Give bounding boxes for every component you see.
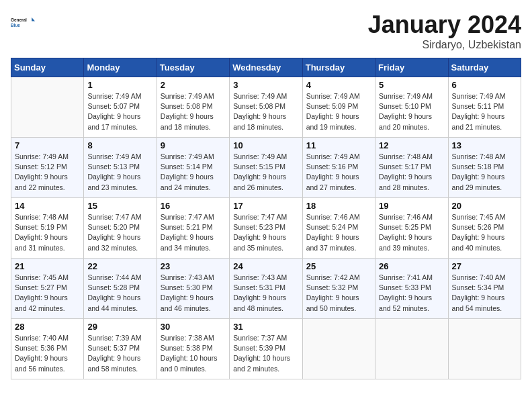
day-number: 24 (233, 261, 298, 271)
calendar-cell: 14Sunrise: 7:48 AMSunset: 5:19 PMDayligh… (11, 198, 84, 259)
day-info: Sunrise: 7:47 AMSunset: 5:21 PMDaylight:… (161, 212, 226, 253)
page-header: General Blue January 2024 Sirdaryo, Uzbe… (11, 11, 521, 51)
calendar-cell: 29Sunrise: 7:39 AMSunset: 5:37 PMDayligh… (84, 319, 157, 379)
calendar-cell: 19Sunrise: 7:46 AMSunset: 5:25 PMDayligh… (375, 198, 448, 259)
day-number: 4 (306, 80, 371, 90)
day-number: 16 (161, 201, 226, 211)
day-info: Sunrise: 7:41 AMSunset: 5:33 PMDaylight:… (379, 273, 444, 314)
column-header-tuesday: Tuesday (157, 58, 229, 77)
logo: General Blue (11, 11, 35, 35)
day-number: 20 (452, 201, 517, 211)
day-number: 29 (87, 322, 152, 332)
calendar-cell: 6Sunrise: 7:49 AMSunset: 5:11 PMDaylight… (448, 77, 521, 138)
day-info: Sunrise: 7:49 AMSunset: 5:11 PMDaylight:… (452, 91, 517, 132)
day-number: 10 (233, 140, 298, 150)
calendar-cell: 31Sunrise: 7:37 AMSunset: 5:39 PMDayligh… (230, 319, 302, 379)
calendar-cell: 1Sunrise: 7:49 AMSunset: 5:07 PMDaylight… (84, 77, 157, 138)
calendar-cell: 2Sunrise: 7:49 AMSunset: 5:08 PMDaylight… (157, 77, 229, 138)
day-info: Sunrise: 7:47 AMSunset: 5:20 PMDaylight:… (87, 212, 152, 253)
day-info: Sunrise: 7:44 AMSunset: 5:28 PMDaylight:… (87, 273, 152, 314)
day-number: 12 (379, 140, 444, 150)
day-info: Sunrise: 7:38 AMSunset: 5:38 PMDaylight:… (161, 333, 226, 374)
day-number: 22 (87, 261, 152, 271)
day-info: Sunrise: 7:49 AMSunset: 5:13 PMDaylight:… (87, 152, 152, 193)
column-header-monday: Monday (84, 58, 157, 77)
day-info: Sunrise: 7:43 AMSunset: 5:30 PMDaylight:… (161, 273, 226, 314)
day-number: 25 (306, 261, 371, 271)
day-info: Sunrise: 7:49 AMSunset: 5:09 PMDaylight:… (306, 91, 371, 132)
day-number: 13 (452, 140, 517, 150)
day-number: 9 (161, 140, 226, 150)
day-info: Sunrise: 7:39 AMSunset: 5:37 PMDaylight:… (87, 333, 152, 374)
column-header-wednesday: Wednesday (230, 58, 302, 77)
day-number: 21 (15, 261, 80, 271)
day-info: Sunrise: 7:49 AMSunset: 5:08 PMDaylight:… (161, 91, 226, 132)
day-number: 26 (379, 261, 444, 271)
day-number: 2 (161, 80, 226, 90)
day-info: Sunrise: 7:43 AMSunset: 5:31 PMDaylight:… (233, 273, 298, 314)
day-info: Sunrise: 7:49 AMSunset: 5:10 PMDaylight:… (379, 91, 444, 132)
day-info: Sunrise: 7:49 AMSunset: 5:15 PMDaylight:… (233, 152, 298, 193)
column-header-sunday: Sunday (11, 58, 84, 77)
calendar-cell: 18Sunrise: 7:46 AMSunset: 5:24 PMDayligh… (302, 198, 375, 259)
day-info: Sunrise: 7:42 AMSunset: 5:32 PMDaylight:… (306, 273, 371, 314)
calendar-cell: 12Sunrise: 7:48 AMSunset: 5:17 PMDayligh… (375, 138, 448, 198)
calendar-cell: 16Sunrise: 7:47 AMSunset: 5:21 PMDayligh… (157, 198, 229, 259)
svg-text:General: General (11, 17, 27, 22)
calendar-cell (375, 319, 448, 379)
calendar-cell: 11Sunrise: 7:49 AMSunset: 5:16 PMDayligh… (302, 138, 375, 198)
day-info: Sunrise: 7:46 AMSunset: 5:24 PMDaylight:… (306, 212, 371, 253)
day-number: 3 (233, 80, 298, 90)
day-info: Sunrise: 7:48 AMSunset: 5:18 PMDaylight:… (452, 152, 517, 193)
day-info: Sunrise: 7:40 AMSunset: 5:34 PMDaylight:… (452, 273, 517, 314)
day-info: Sunrise: 7:47 AMSunset: 5:23 PMDaylight:… (233, 212, 298, 253)
calendar-cell: 5Sunrise: 7:49 AMSunset: 5:10 PMDaylight… (375, 77, 448, 138)
day-number: 1 (87, 80, 152, 90)
day-info: Sunrise: 7:49 AMSunset: 5:07 PMDaylight:… (87, 91, 152, 132)
svg-text:Blue: Blue (11, 23, 20, 28)
calendar-cell: 4Sunrise: 7:49 AMSunset: 5:09 PMDaylight… (302, 77, 375, 138)
calendar-cell: 30Sunrise: 7:38 AMSunset: 5:38 PMDayligh… (157, 319, 229, 379)
day-info: Sunrise: 7:45 AMSunset: 5:27 PMDaylight:… (15, 273, 80, 314)
day-info: Sunrise: 7:46 AMSunset: 5:25 PMDaylight:… (379, 212, 444, 253)
day-info: Sunrise: 7:49 AMSunset: 5:12 PMDaylight:… (15, 152, 80, 193)
calendar-cell: 15Sunrise: 7:47 AMSunset: 5:20 PMDayligh… (84, 198, 157, 259)
day-info: Sunrise: 7:49 AMSunset: 5:16 PMDaylight:… (306, 152, 371, 193)
column-header-thursday: Thursday (302, 58, 375, 77)
svg-marker-2 (32, 17, 35, 21)
calendar-cell: 25Sunrise: 7:42 AMSunset: 5:32 PMDayligh… (302, 259, 375, 319)
day-number: 15 (87, 201, 152, 211)
calendar-cell: 27Sunrise: 7:40 AMSunset: 5:34 PMDayligh… (448, 259, 521, 319)
logo-svg: General Blue (11, 11, 35, 35)
day-info: Sunrise: 7:49 AMSunset: 5:14 PMDaylight:… (161, 152, 226, 193)
day-info: Sunrise: 7:37 AMSunset: 5:39 PMDaylight:… (233, 333, 298, 374)
day-info: Sunrise: 7:45 AMSunset: 5:26 PMDaylight:… (452, 212, 517, 253)
day-number: 31 (233, 322, 298, 332)
day-number: 18 (306, 201, 371, 211)
column-header-saturday: Saturday (448, 58, 521, 77)
day-number: 30 (161, 322, 226, 332)
calendar-cell: 10Sunrise: 7:49 AMSunset: 5:15 PMDayligh… (230, 138, 302, 198)
day-info: Sunrise: 7:40 AMSunset: 5:36 PMDaylight:… (15, 333, 80, 374)
calendar-subtitle: Sirdaryo, Uzbekistan (368, 39, 521, 51)
day-info: Sunrise: 7:48 AMSunset: 5:17 PMDaylight:… (379, 152, 444, 193)
calendar-cell: 3Sunrise: 7:49 AMSunset: 5:08 PMDaylight… (230, 77, 302, 138)
column-header-friday: Friday (375, 58, 448, 77)
calendar-cell: 28Sunrise: 7:40 AMSunset: 5:36 PMDayligh… (11, 319, 84, 379)
day-number: 27 (452, 261, 517, 271)
calendar-cell (448, 319, 521, 379)
calendar-cell: 13Sunrise: 7:48 AMSunset: 5:18 PMDayligh… (448, 138, 521, 198)
day-number: 19 (379, 201, 444, 211)
day-number: 8 (87, 140, 152, 150)
calendar-cell: 17Sunrise: 7:47 AMSunset: 5:23 PMDayligh… (230, 198, 302, 259)
calendar-title: January 2024 (368, 11, 521, 39)
calendar-cell: 9Sunrise: 7:49 AMSunset: 5:14 PMDaylight… (157, 138, 229, 198)
day-number: 14 (15, 201, 80, 211)
calendar-cell: 8Sunrise: 7:49 AMSunset: 5:13 PMDaylight… (84, 138, 157, 198)
calendar-cell: 22Sunrise: 7:44 AMSunset: 5:28 PMDayligh… (84, 259, 157, 319)
day-number: 11 (306, 140, 371, 150)
calendar-cell: 23Sunrise: 7:43 AMSunset: 5:30 PMDayligh… (157, 259, 229, 319)
calendar-cell (302, 319, 375, 379)
calendar-table: SundayMondayTuesdayWednesdayThursdayFrid… (11, 58, 521, 379)
day-number: 6 (452, 80, 517, 90)
